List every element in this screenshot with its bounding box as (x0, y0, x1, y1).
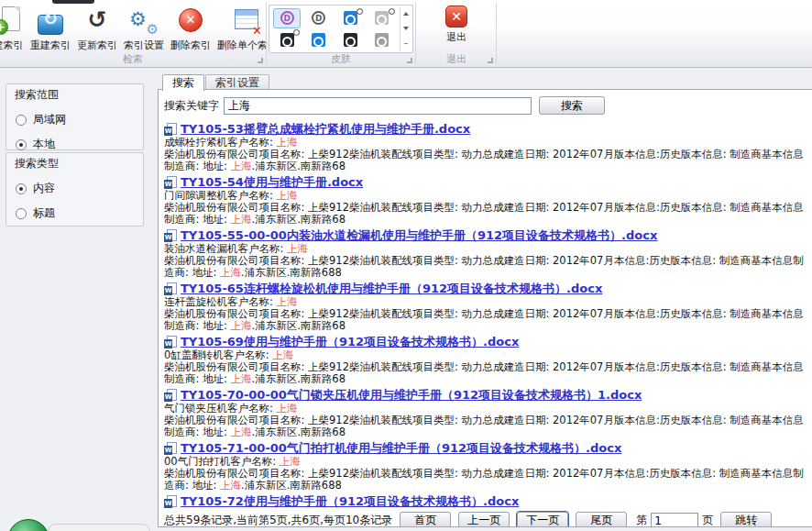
snippet-text: 制造商: 地址: (164, 372, 231, 385)
result-link[interactable]: TY105-65连杆螺栓旋松机使用与维护手册（912项目设备技术规格书）.doc… (181, 281, 602, 297)
page-number-input[interactable] (651, 513, 698, 527)
result-snippet-line: 造商: 地址: 上海.浦东新区.南新路688 (164, 267, 808, 279)
result-snippet-line: 制造商: 地址: 上海.浦东新区.南新路68 (164, 320, 808, 332)
snippet-text: .浦东新区.南新路68 (252, 160, 346, 172)
word-document-icon: W (164, 495, 177, 508)
ribbon-group-skin: DD 皮肤 (267, 1, 415, 66)
word-document-icon: W (164, 176, 177, 189)
skin-purple-circle[interactable]: D (273, 8, 301, 28)
tab-search[interactable]: 搜索 (162, 74, 204, 91)
result-link[interactable]: TY105-55-00-00内装油水道检漏机使用与维护手册（912项目设备技术规… (181, 227, 657, 244)
index-settings-button[interactable]: ⚙⚙索引设置 (122, 4, 166, 53)
next-page-button[interactable]: 下一页 (517, 512, 568, 527)
skin-black-office[interactable] (336, 29, 364, 50)
ribbon-button-label: 重建索引 (30, 39, 71, 52)
snippet-text: 柴油机股份有限公司项目名称: 上柴912柴油机装配线项目类型: 动力总成建造日期… (164, 201, 804, 214)
snippet-text: 00气门拍打机客户名称: (164, 455, 280, 468)
highlighted-keyword: 上海 (231, 426, 252, 438)
snippet-text: 柴油机股份有限公司项目名称: 上柴912柴油机装配线项目类型: 动力总成建造日期… (164, 467, 804, 480)
search-keyword-input[interactable] (224, 97, 532, 115)
highlighted-keyword: 上海 (277, 136, 298, 149)
snippet-text: .浦东新区.南新路68 (252, 319, 346, 332)
result-link[interactable]: TY105-70-00-00气门锁夹压机使用与维护手册（912项目设备技术规格书… (181, 387, 642, 404)
rebuild-index-icon: ↻ (35, 5, 66, 38)
delete-single-index-icon: ✕ (232, 5, 263, 38)
gallery-expand-icon[interactable] (401, 37, 411, 51)
dialog-launcher-icon[interactable] (407, 58, 412, 63)
rebuild-index-button[interactable]: ↻重建索引 (28, 4, 72, 53)
skin-gray-circle[interactable]: D (305, 8, 333, 28)
snippet-text: 制造商: 地址: (164, 319, 231, 332)
pagination-bar: 总共59条记录,当前第5页,共6页,每页10条记录 首页 上一页 下一页 尾页 … (164, 512, 808, 527)
tab-index-settings[interactable]: 索引设置 (205, 74, 269, 90)
exit-button[interactable]: ✕ 退出 (435, 3, 477, 52)
group-label-exit: 退出 (417, 52, 496, 65)
radio-option-lan[interactable]: 局域网 (16, 112, 143, 127)
result-link[interactable]: TY105-53摇臂总成螺栓拧紧机使用与维护手册.docx (181, 121, 470, 138)
radio-icon (16, 208, 27, 219)
delete-index-button[interactable]: ✕删除索引 (169, 4, 213, 53)
result-title-row: W TY105-54使用与维护手册.docx (164, 175, 808, 189)
word-document-icon: W (164, 123, 177, 136)
prev-page-button[interactable]: 上一页 (458, 512, 510, 527)
highlighted-keyword: 上海 (277, 189, 298, 202)
result-snippet-line: 造商: 地址: 上海.浦东新区.南新路688 (164, 480, 808, 492)
radio-option-content[interactable]: 内容 (16, 181, 143, 196)
word-document-icon: W (164, 389, 177, 402)
search-type-title: 搜索类型 (6, 153, 143, 171)
snippet-text: 连杆盖旋松机客户名称: (164, 295, 277, 308)
snippet-text: 制造商: 地址: (164, 213, 231, 226)
highlighted-keyword: 上海 (280, 455, 301, 468)
snippet-text: 门间隙调整机客户名称: (164, 189, 277, 202)
gallery-scroll-down-icon[interactable] (401, 21, 411, 36)
snippet-text: .浦东新区.南新路68 (252, 426, 346, 438)
radio-option-local[interactable]: 本地 (16, 137, 143, 152)
update-index-button[interactable]: ↺更新索引 (75, 4, 119, 53)
dialog-launcher-icon[interactable] (258, 58, 263, 63)
skin-blue-office-clock[interactable] (336, 8, 364, 28)
clock-badge-icon (357, 8, 363, 15)
skin-blue-office[interactable] (305, 29, 333, 50)
clock-badge-icon (293, 29, 300, 36)
result-link[interactable]: TY105-72使用与维护手册（912项目设备技术规格书）.docx (181, 493, 519, 510)
taskbar-green-orb[interactable] (7, 519, 49, 531)
skin-glyph-icon (312, 33, 325, 47)
new-index-button[interactable]: +建索引 (0, 4, 26, 53)
last-page-button[interactable]: 尾页 (576, 512, 627, 527)
result-link[interactable]: TY105-71-00-00气门拍打机使用与维护手册（912项目设备技术规格书）… (181, 440, 621, 457)
search-scope-groupbox: 搜索范围 局域网 本地 (5, 83, 144, 150)
result-link[interactable]: TY105-69使用与维护手册（912项目设备技术规格书）.docx (181, 334, 519, 350)
highlighted-keyword: 上海 (287, 242, 308, 255)
snippet-text: 制造商: 地址: (164, 160, 231, 172)
snippet-text: 气门锁夹压机客户名称: (164, 402, 277, 415)
result-title-row: W TY105-71-00-00气门拍打机使用与维护手册（912项目设备技术规格… (164, 441, 808, 455)
result-title-row: W TY105-55-00-00内装油水道检漏机使用与维护手册（912项目设备技… (164, 228, 808, 242)
snippet-text: 造商: 地址: (164, 479, 220, 492)
skin-glyph-icon (375, 11, 389, 25)
skin-glyph-icon: D (280, 11, 294, 25)
result-link[interactable]: TY105-54使用与维护手册.docx (181, 174, 363, 191)
skin-black-office-clock[interactable] (273, 29, 301, 50)
skin-glyph-icon (375, 33, 389, 47)
radio-option-title[interactable]: 标题 (16, 205, 143, 221)
snippet-text: 柴油机股份有限公司项目名称: 上柴912柴油机装配线项目类型: 动力总成建造日期… (164, 307, 804, 320)
search-button[interactable]: 搜索 (539, 96, 605, 115)
skin-light-office-clock[interactable] (368, 8, 396, 28)
snippet-text: 柴油机股份有限公司项目名称: 上柴912柴油机装配线项目类型: 动力总成建造日期… (164, 414, 804, 426)
skin-gray-office[interactable] (368, 29, 396, 50)
snippet-text: 柴油机股份有限公司项目名称: 上柴912柴油机装配线项目类型: 动力总成建造日期… (164, 360, 804, 373)
highlighted-keyword: 上海 (272, 348, 293, 361)
skin-glyph-icon: D (312, 11, 325, 25)
search-results-panel: 搜索关键字 搜索 W TY105-53摇臂总成螺栓拧紧机使用与维护手册.docx… (158, 89, 812, 527)
dialog-launcher-icon[interactable] (488, 58, 493, 63)
highlighted-keyword: 上海 (231, 372, 252, 385)
first-page-button[interactable]: 首页 (400, 512, 451, 527)
search-keyword-label: 搜索关键字 (164, 98, 219, 114)
skin-gallery: DD (269, 5, 413, 53)
group-divider (415, 3, 416, 64)
go-to-page-button[interactable]: 跳转 (720, 512, 772, 527)
search-result: W TY105-72使用与维护手册（912项目设备技术规格书）.docx (164, 494, 808, 508)
result-title-row: W TY105-69使用与维护手册（912项目设备技术规格书）.docx (164, 335, 808, 348)
results-list: W TY105-53摇臂总成螺栓拧紧机使用与维护手册.docx成螺栓拧紧机客户名… (164, 122, 808, 508)
gallery-scroll-up-icon[interactable] (401, 6, 411, 21)
